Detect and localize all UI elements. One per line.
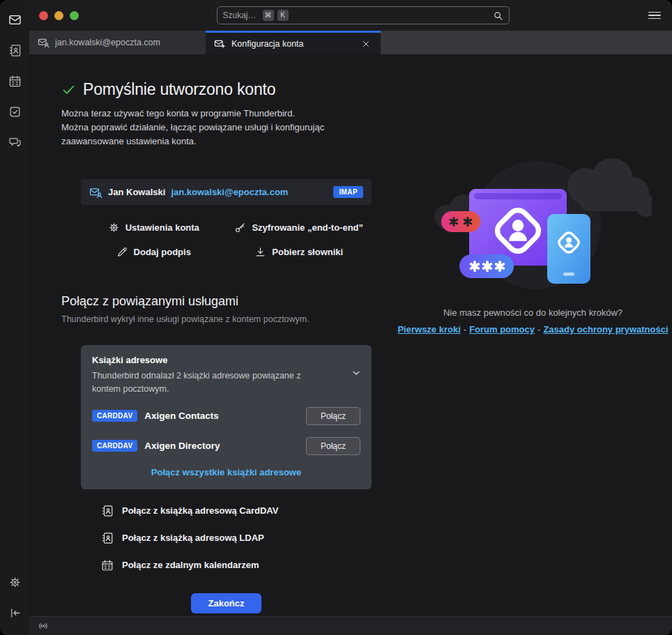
zoom-window-button[interactable] <box>70 11 79 20</box>
connect-all-books-link[interactable]: Połącz wszystkie książki adresowe <box>147 466 305 478</box>
account-name: Jan Kowalski <box>108 187 165 197</box>
getting-started-link[interactable]: Pierwsze kroki <box>397 324 460 335</box>
account-setup-icon <box>214 38 226 49</box>
tab-close-button[interactable] <box>360 38 372 50</box>
protocol-badge: IMAP <box>333 186 363 198</box>
link-label: Połącz ze zdalnym kalendarzem <box>122 560 259 570</box>
account-settings-button[interactable]: Ustawienia konta <box>81 220 227 235</box>
tasks-icon <box>8 105 22 118</box>
tab-label: Konfiguracja konta <box>231 39 304 49</box>
action-label: Ustawienia konta <box>125 222 199 233</box>
link-separator: - <box>461 324 469 335</box>
sidebar-chat-button[interactable] <box>4 132 25 153</box>
calendar-icon <box>101 559 114 572</box>
search-input[interactable] <box>223 10 259 20</box>
intro-text: Można teraz używać tego konta w programi… <box>61 107 389 148</box>
setup-left-column: Pomyślnie utworzono konto Można teraz uż… <box>29 54 394 616</box>
chat-icon <box>8 136 22 149</box>
collapse-icon <box>8 606 22 620</box>
chevron-down-icon <box>351 367 362 378</box>
carddav-badge: CARDDAV <box>92 440 137 452</box>
tab-account-setup[interactable]: Konfiguracja konta <box>206 31 381 54</box>
close-window-button[interactable] <box>39 11 48 20</box>
add-signature-button[interactable]: Dodaj podpis <box>81 245 227 259</box>
key-icon <box>234 222 246 234</box>
sidebar-collapse-button[interactable] <box>4 602 25 623</box>
link-label: Połącz z książką adresową CardDAV <box>122 505 278 516</box>
sidebar-settings-button[interactable] <box>4 572 25 592</box>
thunderbird-window: ⌘ K jan.kowalski@epoczta.com <box>0 0 672 635</box>
intro-line-1: Można teraz używać tego konta w programi… <box>61 107 389 121</box>
search-icon <box>493 10 503 21</box>
main-column: ⌘ K jan.kowalski@epoczta.com <box>29 0 672 635</box>
mail-account-icon <box>38 37 49 48</box>
connect-remote-calendar-link[interactable]: Połącz ze zdalnym kalendarzem <box>101 559 372 572</box>
setup-right-column: Nie masz pewności co do kolejnych kroków… <box>394 54 672 616</box>
account-summary-bar: Jan Kowalski jan.kowalski@epoczta.com IM… <box>81 179 372 205</box>
collapse-card-button[interactable] <box>351 367 362 378</box>
calendar-icon <box>8 75 22 88</box>
connect-carddav-link[interactable]: Połącz z książką adresową CardDAV <box>101 505 372 517</box>
address-books-card: Książki adresowe Thunderbird odnalazł 2 … <box>81 345 372 489</box>
address-books-title: Książki adresowe <box>92 355 360 365</box>
sidebar-addressbook-button[interactable] <box>4 40 25 61</box>
privacy-policy-link[interactable]: Zasady ochrony prywatności <box>543 324 668 335</box>
carddav-badge: CARDDAV <box>92 410 137 422</box>
intro-line-2: Można poprawić działanie, łącząc powiąza… <box>61 121 389 148</box>
sidebar-mail-button[interactable] <box>4 9 25 30</box>
download-dictionaries-button[interactable]: Pobierz słowniki <box>227 245 372 259</box>
e2e-encryption-button[interactable]: Szyfrowanie „end-to-end” <box>227 220 372 235</box>
help-links: Pierwsze kroki-Forum pomocy-Zasady ochro… <box>397 324 668 335</box>
gear-icon <box>8 576 22 589</box>
linked-services-title: Połącz z powiązanymi usługami <box>61 294 394 309</box>
check-icon <box>61 82 76 97</box>
app-menu-button[interactable] <box>647 8 662 23</box>
address-book-icon <box>101 532 114 544</box>
success-header: Pomyślnie utworzono konto <box>61 80 394 99</box>
account-setup-content: Pomyślnie utworzono konto Można teraz uż… <box>29 54 672 616</box>
address-book-icon <box>8 44 22 57</box>
pencil-icon <box>116 246 128 258</box>
link-label: Połącz z książką adresową LDAP <box>122 533 264 543</box>
account-mail-icon <box>89 186 102 199</box>
window-toolbar: ⌘ K <box>29 0 672 31</box>
action-label: Dodaj podpis <box>134 247 191 257</box>
page-title: Pomyślnie utworzono konto <box>83 80 275 99</box>
tab-label: jan.kowalski@epoczta.com <box>55 38 160 47</box>
manual-connect-links: Połącz z książką adresową CardDAV Połącz… <box>81 505 372 572</box>
help-question: Nie masz pewności co do kolejnych kroków… <box>443 307 623 318</box>
minimize-window-button[interactable] <box>54 11 63 20</box>
connect-contacts-button[interactable]: Połącz <box>306 407 360 425</box>
sidebar-calendar-button[interactable] <box>4 70 25 91</box>
address-book-row: CARDDAV Axigen Contacts Połącz <box>92 407 360 425</box>
security-illustration <box>415 150 652 289</box>
finish-button[interactable]: Zakończ <box>191 593 261 613</box>
tab-mail-account[interactable]: jan.kowalski@epoczta.com <box>29 31 206 54</box>
action-label: Szyfrowanie „end-to-end” <box>252 222 363 233</box>
connect-ldap-link[interactable]: Połącz z książką adresową LDAP <box>101 532 372 544</box>
mail-icon <box>8 13 22 26</box>
address-book-name: Axigen Directory <box>144 441 220 451</box>
status-bar <box>29 616 672 635</box>
cmd-keycap: ⌘ <box>263 10 274 21</box>
account-email-link[interactable]: jan.kowalski@epoczta.com <box>171 187 288 197</box>
support-forum-link[interactable]: Forum pomocy <box>469 324 535 335</box>
address-book-row: CARDDAV Axigen Directory Połącz <box>92 437 360 455</box>
gear-icon <box>108 222 120 234</box>
address-books-description: Thunderbird odnalazł 2 książki adresowe … <box>92 369 315 395</box>
linked-services-subtitle: Thunderbird wykrył inne usługi powiązane… <box>61 314 394 324</box>
link-separator: - <box>535 324 543 335</box>
sidebar-tasks-button[interactable] <box>4 101 25 122</box>
toolbar-center: ⌘ K <box>86 6 640 24</box>
download-icon <box>254 246 266 258</box>
traffic-lights <box>39 11 79 20</box>
telemetry-radio-icon <box>38 620 49 632</box>
tab-bar: jan.kowalski@epoczta.com Konfiguracja ko… <box>29 31 672 54</box>
connect-directory-button[interactable]: Połącz <box>306 437 360 455</box>
close-icon <box>362 40 370 48</box>
k-keycap: K <box>277 10 289 21</box>
spaces-sidebar <box>0 0 29 635</box>
global-search-box[interactable]: ⌘ K <box>217 6 510 24</box>
address-book-icon <box>101 505 114 517</box>
action-label: Pobierz słowniki <box>272 247 343 257</box>
